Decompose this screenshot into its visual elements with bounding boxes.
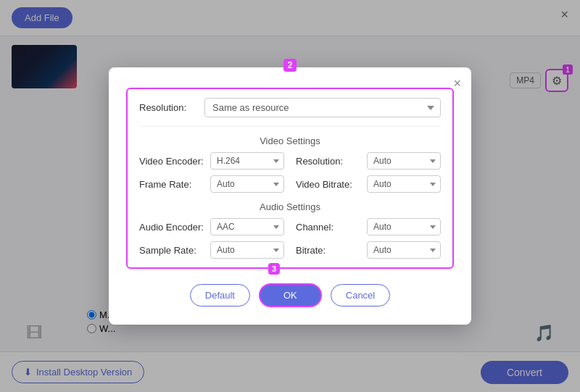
sample-rate-label: Sample Rate: (139, 245, 204, 256)
cancel-button[interactable]: Cancel (331, 284, 390, 306)
video-bitrate-label: Video Bitrate: (296, 179, 361, 190)
sample-rate-row: Sample Rate: Auto (139, 241, 284, 259)
resolution-label: Resolution: (139, 102, 197, 113)
resolution-right-select[interactable]: Auto (367, 152, 441, 170)
settings-modal: 2 × Resolution: Same as resource Video S… (109, 67, 471, 325)
video-settings-header: Video Settings (139, 135, 441, 146)
modal-badge-2: 2 (283, 59, 297, 72)
default-button[interactable]: Default (190, 284, 250, 306)
bitrate-row: Bitrate: Auto (296, 241, 441, 259)
audio-encoder-select[interactable]: AAC (210, 218, 284, 235)
audio-settings-header: Audio Settings (139, 201, 441, 212)
audio-settings-grid: Audio Encoder: AAC Channel: Auto Sample … (139, 218, 441, 259)
modal-footer: 3 Default OK Cancel (126, 283, 454, 307)
frame-rate-label: Frame Rate: (139, 179, 204, 190)
ok-button[interactable]: OK (259, 283, 322, 307)
audio-encoder-row: Audio Encoder: AAC (139, 218, 284, 235)
sample-rate-select[interactable]: Auto (210, 241, 284, 259)
resolution-right-label: Resolution: (296, 156, 361, 167)
video-bitrate-row: Video Bitrate: Auto (296, 175, 441, 193)
video-encoder-label: Video Encoder: (139, 156, 204, 167)
app-background: Add File × MP4 ⚙ 1 🎞 🎵 M... W... ⬇ Insta… (0, 0, 580, 392)
settings-box: Resolution: Same as resource Video Setti… (126, 88, 454, 269)
modal-overlay: 2 × Resolution: Same as resource Video S… (0, 0, 580, 392)
modal-close-button[interactable]: × (453, 76, 461, 91)
audio-encoder-label: Audio Encoder: (139, 222, 204, 233)
ok-badge-3: 3 (268, 263, 280, 275)
bitrate-select[interactable]: Auto (367, 241, 441, 259)
resolution-right-row: Resolution: Auto (296, 152, 441, 170)
resolution-select[interactable]: Same as resource (204, 98, 441, 117)
resolution-row: Resolution: Same as resource (139, 98, 441, 127)
video-bitrate-select[interactable]: Auto (367, 175, 441, 193)
frame-rate-row: Frame Rate: Auto (139, 175, 284, 193)
channel-select[interactable]: Auto (367, 218, 441, 235)
channel-label: Channel: (296, 222, 361, 233)
channel-row: Channel: Auto (296, 218, 441, 235)
video-settings-grid: Video Encoder: H.264 Resolution: Auto Fr… (139, 152, 441, 193)
video-encoder-select[interactable]: H.264 (210, 152, 284, 170)
frame-rate-select[interactable]: Auto (210, 175, 284, 193)
bitrate-label: Bitrate: (296, 245, 361, 256)
video-encoder-row: Video Encoder: H.264 (139, 152, 284, 170)
